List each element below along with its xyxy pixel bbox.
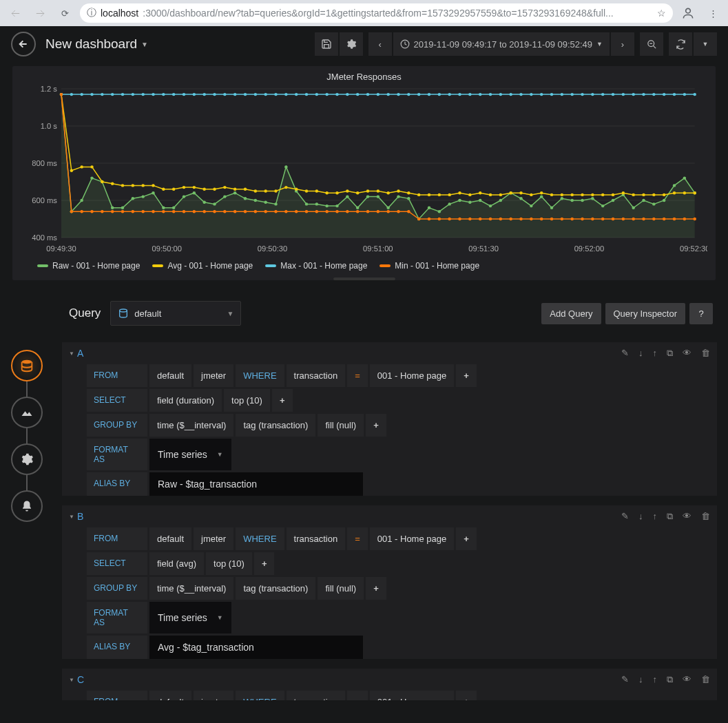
- svg-point-196: [550, 93, 553, 96]
- svg-point-129: [509, 191, 512, 194]
- group-time[interactable]: time ($__interval): [149, 414, 233, 437]
- dashboard-title[interactable]: New dashboard ▼: [45, 36, 148, 52]
- panel-resize-handle[interactable]: [333, 277, 395, 280]
- where-operator[interactable]: =: [347, 364, 368, 387]
- select-agg[interactable]: top (10): [206, 552, 252, 575]
- datasource-picker[interactable]: default ▼: [110, 301, 241, 326]
- legend-item[interactable]: Max - 001 - Home page: [265, 261, 367, 271]
- edit-icon[interactable]: ✎: [621, 511, 629, 522]
- tab-visualization[interactable]: [11, 397, 43, 428]
- tab-alert[interactable]: [11, 490, 43, 522]
- group-fill[interactable]: fill (null): [318, 577, 364, 600]
- select-field[interactable]: field (avg): [149, 552, 204, 575]
- save-button[interactable]: [315, 32, 338, 56]
- group-fill[interactable]: fill (null): [318, 414, 364, 437]
- move-down-icon[interactable]: ↓: [638, 674, 643, 685]
- browser-url-bar[interactable]: ⓘ localhost:3000/dashboard/new?tab=queri…: [80, 3, 673, 23]
- duplicate-icon[interactable]: ⧉: [667, 674, 673, 685]
- help-button[interactable]: ?: [689, 303, 713, 324]
- zoom-out-button[interactable]: [640, 32, 663, 56]
- group-time[interactable]: time ($__interval): [149, 577, 233, 600]
- where-tag-value[interactable]: 001 - Home page: [370, 364, 454, 387]
- alias-input[interactable]: [149, 472, 363, 496]
- edit-icon[interactable]: ✎: [621, 348, 629, 359]
- back-button[interactable]: [11, 32, 36, 56]
- add-select-button[interactable]: +: [254, 552, 275, 575]
- edit-icon[interactable]: ✎: [621, 674, 629, 685]
- alias-input[interactable]: [149, 636, 363, 659]
- browser-reload-button[interactable]: ⟳: [55, 3, 74, 23]
- legend-item[interactable]: Raw - 001 - Home page: [37, 261, 140, 271]
- toggle-visibility-icon[interactable]: 👁: [683, 674, 691, 685]
- add-group-button[interactable]: +: [366, 414, 386, 437]
- svg-point-175: [335, 93, 338, 96]
- query-header[interactable]: ▼ C ✎ ↓ ↑ ⧉ 👁 🗑: [62, 669, 717, 691]
- settings-button[interactable]: [340, 32, 363, 56]
- select-field[interactable]: field (duration): [149, 389, 222, 412]
- add-query-button[interactable]: Add Query: [541, 303, 601, 324]
- format-select[interactable]: Time series▼: [149, 602, 231, 633]
- time-prev-button[interactable]: ‹: [368, 32, 392, 56]
- where-tag-key[interactable]: transaction: [287, 527, 346, 550]
- browser-back-button[interactable]: 🡠: [6, 3, 25, 23]
- duplicate-icon[interactable]: ⧉: [667, 511, 673, 522]
- svg-point-156: [141, 93, 144, 96]
- chart-area[interactable]: 400 ms600 ms800 ms1.0 s1.2 s09:49:3009:5…: [21, 85, 707, 257]
- where-tag-value[interactable]: 001 - Home page: [370, 527, 454, 550]
- where-tag-key[interactable]: transaction: [287, 691, 346, 700]
- from-measurement[interactable]: jmeter: [194, 527, 233, 550]
- time-next-button[interactable]: ›: [611, 32, 634, 56]
- from-policy[interactable]: default: [149, 527, 191, 550]
- legend-item[interactable]: Avg - 001 - Home page: [152, 261, 253, 271]
- move-up-icon[interactable]: ↑: [653, 348, 658, 359]
- query-header[interactable]: ▼ A ✎ ↓ ↑ ⧉ 👁 🗑: [62, 342, 717, 364]
- browser-menu-button[interactable]: ⋮: [703, 3, 722, 23]
- from-policy[interactable]: default: [149, 364, 191, 387]
- delete-icon[interactable]: 🗑: [701, 511, 710, 522]
- group-tag[interactable]: tag (transaction): [236, 577, 315, 600]
- query-header[interactable]: ▼ B ✎ ↓ ↑ ⧉ 👁 🗑: [62, 505, 717, 527]
- group-tag[interactable]: tag (transaction): [236, 414, 315, 437]
- where-operator[interactable]: =: [347, 691, 368, 700]
- add-where-button[interactable]: +: [456, 691, 477, 700]
- from-measurement[interactable]: jmeter: [194, 691, 233, 700]
- time-range-picker[interactable]: 2019-11-09 09:49:17 to 2019-11-09 09:52:…: [393, 32, 610, 56]
- alias-label: ALIAS BY: [87, 636, 147, 659]
- legend-item[interactable]: Min - 001 - Home page: [379, 261, 479, 271]
- add-where-button[interactable]: +: [456, 527, 477, 550]
- move-up-icon[interactable]: ↑: [653, 511, 658, 522]
- from-measurement[interactable]: jmeter: [194, 364, 233, 387]
- svg-point-247: [428, 218, 430, 220]
- query-editor-header: Query default ▼ Add Query Query Inspecto…: [62, 297, 720, 330]
- delete-icon[interactable]: 🗑: [701, 348, 710, 359]
- browser-profile-button[interactable]: [678, 3, 698, 23]
- add-group-button[interactable]: +: [366, 577, 386, 600]
- toggle-visibility-icon[interactable]: 👁: [683, 348, 691, 359]
- add-select-button[interactable]: +: [272, 389, 293, 412]
- svg-text:09:50:00: 09:50:00: [152, 244, 182, 253]
- refresh-dropdown[interactable]: ▼: [694, 32, 717, 56]
- query-inspector-button[interactable]: Query Inspector: [605, 303, 686, 324]
- toggle-visibility-icon[interactable]: 👁: [683, 511, 691, 522]
- tab-queries[interactable]: [11, 350, 43, 381]
- from-policy[interactable]: default: [149, 691, 191, 700]
- svg-point-249: [448, 218, 450, 220]
- move-up-icon[interactable]: ↑: [653, 674, 658, 685]
- svg-point-168: [264, 93, 267, 96]
- where-operator[interactable]: =: [347, 527, 368, 550]
- svg-point-197: [561, 93, 563, 96]
- browser-forward-button[interactable]: 🡢: [30, 3, 50, 23]
- where-tag-key[interactable]: transaction: [287, 364, 346, 387]
- delete-icon[interactable]: 🗑: [701, 674, 710, 685]
- where-tag-value[interactable]: 001 - Home page: [370, 691, 454, 700]
- refresh-button[interactable]: [669, 32, 692, 56]
- select-agg[interactable]: top (10): [224, 389, 270, 412]
- from-label: FROM: [87, 364, 147, 387]
- format-select[interactable]: Time series▼: [149, 439, 231, 470]
- tab-general[interactable]: [11, 443, 43, 475]
- duplicate-icon[interactable]: ⧉: [667, 348, 673, 359]
- move-down-icon[interactable]: ↓: [638, 348, 643, 359]
- move-down-icon[interactable]: ↓: [638, 511, 643, 522]
- star-icon[interactable]: ☆: [657, 8, 666, 19]
- add-where-button[interactable]: +: [456, 364, 477, 387]
